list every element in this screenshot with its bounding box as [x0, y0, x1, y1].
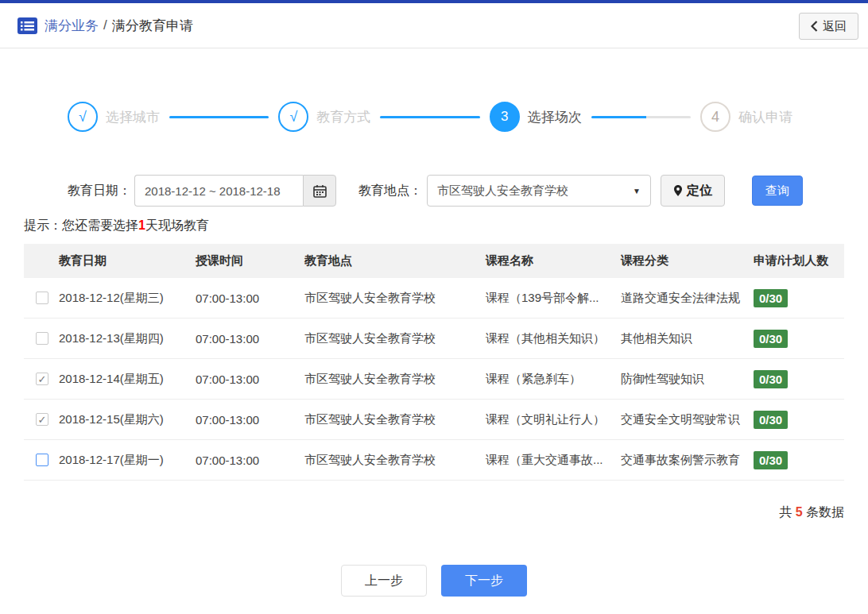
cell-date: 2018-12-14(星期五) [59, 372, 196, 387]
step-1-label: 选择城市 [106, 108, 160, 126]
column-header: 申请/计划人数 [754, 253, 844, 268]
record-count-summary: 共 5 条数据 [0, 504, 844, 521]
location-select[interactable]: 市区驾驶人安全教育学校 ▼ [427, 175, 651, 207]
hint-text: 提示：您还需要选择1天现场教育 [24, 218, 868, 234]
cell-date: 2018-12-17(星期一) [59, 453, 196, 468]
date-range-group [134, 175, 336, 207]
column-header: 教育地点 [304, 253, 486, 268]
hint-highlight-number: 1 [138, 218, 145, 232]
breadcrumb-separator: / [103, 17, 107, 33]
date-range-input[interactable] [134, 175, 303, 207]
column-header: 课程分类 [621, 253, 754, 268]
step-2-check-icon: √ [278, 102, 308, 132]
summary-suffix: 条数据 [803, 505, 844, 519]
back-chevron-icon [811, 21, 818, 32]
table-body: 2018-12-12(星期三)07:00-13:00市区驾驶人安全教育学校课程（… [24, 278, 844, 481]
cell-time: 07:00-13:00 [196, 292, 304, 305]
step-3-label: 选择场次 [528, 108, 582, 126]
cell-course-category: 道路交通安全法律法规 [621, 291, 754, 306]
hint-suffix: 天现场教育 [145, 218, 209, 232]
back-button[interactable]: 返回 [799, 13, 858, 40]
cell-course-name: 课程（文明礼让行人） [486, 412, 621, 427]
cell-time: 07:00-13:00 [196, 454, 304, 467]
count-badge: 0/30 [754, 451, 788, 469]
location-select-value: 市区驾驶人安全教育学校 [437, 183, 568, 199]
cell-location: 市区驾驶人安全教育学校 [304, 453, 486, 468]
cell-count: 0/30 [754, 451, 844, 469]
checkbox-cell [24, 332, 59, 345]
checkbox-cell: ✓ [24, 413, 59, 426]
cell-date: 2018-12-13(星期四) [59, 331, 196, 346]
cell-location: 市区驾驶人安全教育学校 [304, 291, 486, 306]
step-2-label: 教育方式 [316, 108, 370, 126]
count-badge: 0/30 [754, 411, 788, 429]
cell-course-name: 课程（139号部令解... [486, 291, 621, 306]
cell-time: 07:00-13:00 [196, 373, 304, 386]
step-select-city: √ 选择城市 [68, 102, 160, 132]
row-checkbox[interactable] [36, 332, 48, 345]
row-checkbox[interactable] [36, 454, 48, 466]
cell-count: 0/30 [754, 411, 844, 429]
step-4-number: 4 [700, 102, 730, 132]
table-row: ✓2018-12-14(星期五)07:00-13:00市区驾驶人安全教育学校课程… [24, 359, 844, 400]
row-checkbox[interactable]: ✓ [36, 373, 48, 385]
table-row: 2018-12-12(星期三)07:00-13:00市区驾驶人安全教育学校课程（… [24, 278, 844, 319]
table-row: 2018-12-17(星期一)07:00-13:00市区驾驶人安全教育学校课程（… [24, 440, 844, 481]
locate-button[interactable]: 定位 [661, 175, 725, 207]
cell-date: 2018-12-12(星期三) [59, 291, 196, 306]
step-1-check-icon: √ [68, 102, 98, 132]
sessions-table: 教育日期授课时间教育地点课程名称课程分类申请/计划人数 2018-12-12(星… [24, 244, 844, 481]
hint-prefix: 提示：您还需要选择 [24, 218, 138, 232]
location-pin-icon [673, 184, 683, 197]
checkbox-cell: ✓ [24, 373, 59, 385]
summary-prefix: 共 [779, 505, 795, 519]
table-row: ✓2018-12-15(星期六)07:00-13:00市区驾驶人安全教育学校课程… [24, 400, 844, 440]
column-header: 课程名称 [486, 253, 621, 268]
count-badge: 0/30 [754, 289, 788, 307]
wizard-footer: 上一步 下一步 [0, 565, 868, 597]
cell-count: 0/30 [754, 330, 844, 348]
cell-location: 市区驾驶人安全教育学校 [304, 372, 486, 387]
previous-step-button[interactable]: 上一步 [341, 565, 427, 597]
row-checkbox[interactable] [36, 292, 48, 304]
cell-time: 07:00-13:00 [196, 332, 304, 346]
step-confirm-application: 4 确认申请 [700, 102, 792, 132]
step-select-session: 3 选择场次 [490, 102, 582, 132]
next-step-button[interactable]: 下一步 [441, 565, 527, 597]
checkbox-cell [24, 292, 59, 304]
cell-course-name: 课程（重大交通事故... [486, 453, 621, 468]
step-connector [380, 116, 479, 118]
cell-location: 市区驾驶人安全教育学校 [304, 331, 486, 346]
chevron-down-icon: ▼ [633, 187, 641, 195]
step-4-label: 确认申请 [738, 108, 792, 126]
step-education-mode: √ 教育方式 [278, 102, 370, 132]
search-button[interactable]: 查询 [752, 176, 803, 206]
table-row: 2018-12-13(星期四)07:00-13:00市区驾驶人安全教育学校课程（… [24, 319, 844, 359]
column-header: 教育日期 [59, 253, 196, 268]
count-badge: 0/30 [754, 330, 788, 348]
row-checkbox[interactable]: ✓ [36, 413, 48, 426]
table-header: 教育日期授课时间教育地点课程名称课程分类申请/计划人数 [24, 244, 844, 278]
cell-location: 市区驾驶人安全教育学校 [304, 412, 486, 427]
cell-course-category: 其他相关知识 [621, 331, 754, 346]
checkbox-cell [24, 454, 59, 466]
breadcrumb-section[interactable]: 满分业务 [45, 17, 99, 35]
filter-bar: 教育日期： 教育地点： 市区驾驶人安全教育学校 ▼ 定位 查询 [68, 175, 868, 207]
column-header: 授课时间 [196, 253, 304, 268]
cell-course-category: 防御性驾驶知识 [621, 372, 754, 387]
page-header: 满分业务 / 满分教育申请 返回 [0, 3, 868, 48]
count-badge: 0/30 [754, 370, 788, 388]
step-connector [169, 116, 269, 118]
step-indicator: √ 选择城市 √ 教育方式 3 选择场次 4 确认申请 [68, 102, 792, 132]
cell-count: 0/30 [754, 289, 844, 307]
menu-list-icon [17, 17, 37, 34]
cell-course-category: 交通事故案例警示教育 [621, 453, 754, 468]
cell-count: 0/30 [754, 370, 844, 388]
calendar-icon[interactable] [303, 175, 336, 207]
back-button-label: 返回 [823, 19, 847, 34]
date-filter-label: 教育日期： [68, 183, 131, 199]
step-3-number: 3 [490, 102, 520, 132]
page-title: 满分教育申请 [112, 17, 193, 35]
cell-date: 2018-12-15(星期六) [59, 412, 196, 427]
cell-course-category: 交通安全文明驾驶常识 [621, 412, 754, 427]
